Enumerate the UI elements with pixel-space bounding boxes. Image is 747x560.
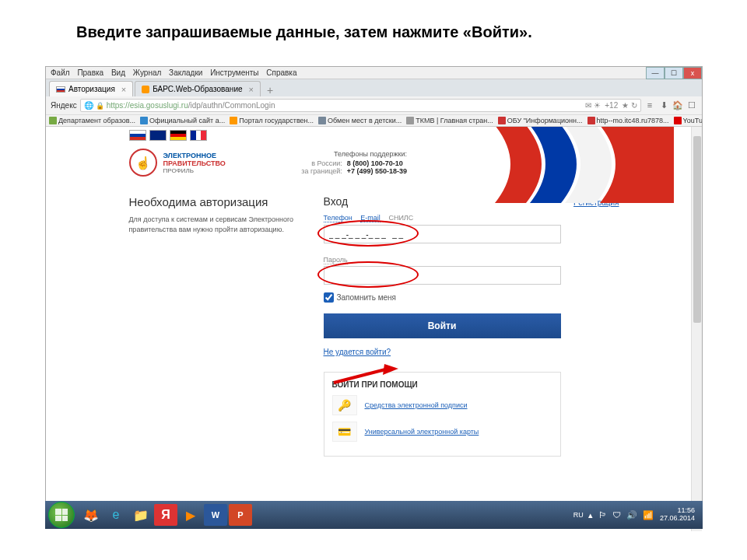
menu-bookmarks[interactable]: Закладки bbox=[169, 68, 202, 77]
maximize-button[interactable]: ☐ bbox=[665, 67, 683, 79]
menu-help[interactable]: Справка bbox=[266, 68, 296, 77]
card-icon: 💳 bbox=[332, 422, 357, 442]
support-label: в России: bbox=[296, 159, 342, 167]
bookmarks-bar: Департамент образов... Официальный сайт … bbox=[46, 115, 702, 127]
menu-bar: Файл Правка Вид Журнал Закладки Инструме… bbox=[46, 67, 702, 79]
tab-snils[interactable]: СНИЛС bbox=[388, 214, 413, 222]
remember-me[interactable]: Запомнить меня bbox=[324, 292, 619, 303]
system-tray: RU ▴ 🏳 🛡 🔊 📶 11:56 27.06.2014 bbox=[573, 507, 700, 523]
tab-bar: Авторизация × БАРС.Web-Образование × + bbox=[46, 79, 702, 96]
weather-badge: +12 bbox=[605, 101, 618, 110]
page-header: ☝ ЭЛЕКТРОННОЕ ПРАВИТЕЛЬСТВО ПРОФИЛЬ Теле… bbox=[121, 141, 627, 184]
auth-required-text: Для доступа к системам и сервисам Электр… bbox=[129, 215, 308, 234]
clock-date: 27.06.2014 bbox=[660, 515, 695, 523]
auth-required-heading: Необходима авторизация bbox=[129, 195, 308, 208]
browser-window: — ☐ x Файл Правка Вид Журнал Закладки Ин… bbox=[45, 66, 703, 529]
bookmark-item[interactable]: http--mo.itc48.ru7878... bbox=[587, 117, 669, 124]
menu-icon[interactable]: ≡ bbox=[644, 100, 655, 111]
tray-icons[interactable]: ▴ 🏳 🛡 🔊 📶 bbox=[588, 510, 655, 520]
remember-checkbox[interactable] bbox=[324, 292, 334, 303]
url-action-icons: ✉ ☀ +12 ★ ↻ bbox=[585, 101, 637, 110]
bookmark-item[interactable]: Департамент образов... bbox=[49, 117, 135, 124]
bookmark-item[interactable]: Обмен мест в детски... bbox=[318, 117, 402, 124]
taskbar-media-icon[interactable]: ▶ bbox=[179, 504, 202, 526]
taskbar-yandex-icon[interactable]: Я bbox=[154, 504, 177, 526]
tab-title: БАРС.Web-Образование bbox=[153, 85, 242, 93]
bookmark-item[interactable]: Официальный сайт а... bbox=[140, 117, 225, 124]
forgot-link[interactable]: Не удается войти? bbox=[324, 348, 391, 356]
register-link[interactable]: Регистрация bbox=[573, 198, 619, 207]
lock-icon: 🔒 bbox=[96, 102, 104, 110]
windows-icon bbox=[55, 509, 68, 521]
taskbar-ie-icon[interactable]: e bbox=[104, 504, 128, 526]
url-https: https:// bbox=[107, 101, 130, 110]
home-icon[interactable]: 🏠 bbox=[672, 100, 683, 111]
url-host: esia.gosuslugi.ru bbox=[130, 101, 188, 110]
download-icon[interactable]: ⬇ bbox=[658, 100, 669, 111]
window-controls: — ☐ x bbox=[646, 67, 702, 79]
login-form: Вход Регистрация Телефон E-mail СНИЛС Па… bbox=[324, 195, 619, 457]
minimize-button[interactable]: — bbox=[646, 67, 665, 79]
bookmark-item[interactable]: ТКМВ | Главная стран... bbox=[406, 117, 493, 124]
clock[interactable]: 11:56 27.06.2014 bbox=[660, 507, 700, 523]
logo-line1: ЭЛЕКТРОННОЕ bbox=[163, 152, 226, 159]
support-phones: Телефоны поддержки: в России:8 (800) 100… bbox=[296, 150, 407, 175]
url-toolbar: Яндекс 🌐 🔒 https://esia.gosuslugi.ru/idp… bbox=[46, 96, 702, 115]
flag-de-icon[interactable] bbox=[170, 130, 187, 141]
flag-uk-icon[interactable] bbox=[149, 130, 167, 141]
url-input[interactable]: 🌐 🔒 https://esia.gosuslugi.ru/idp/authn/… bbox=[80, 99, 641, 112]
alt-login-box: ВОЙТИ ПРИ ПОМОЩИ 🔑 Средства электронной … bbox=[324, 372, 561, 457]
tab-inactive[interactable]: БАРС.Web-Образование × bbox=[135, 81, 261, 96]
flag-fr-icon[interactable] bbox=[190, 130, 207, 141]
tab-active[interactable]: Авторизация × bbox=[49, 81, 133, 96]
password-input[interactable] bbox=[324, 266, 561, 285]
password-label: Пароль bbox=[324, 256, 348, 264]
digital-signature-link[interactable]: Средства электронной подписи bbox=[365, 401, 468, 409]
logo-line2: ПРАВИТЕЛЬСТВО bbox=[163, 159, 226, 167]
flag-ru-icon bbox=[56, 86, 65, 93]
tab-email[interactable]: E-mail bbox=[360, 214, 381, 222]
instruction-text: Введите запрашиваемые данные, затем нажм… bbox=[0, 0, 747, 55]
tray-lang[interactable]: RU bbox=[573, 511, 584, 519]
taskbar-word-icon[interactable]: W bbox=[204, 504, 227, 526]
taskbar-explorer-icon[interactable]: 📁 bbox=[129, 504, 153, 526]
support-label: за границей: bbox=[296, 167, 342, 175]
phone-input[interactable] bbox=[324, 225, 561, 243]
scroll-thumb[interactable] bbox=[693, 136, 701, 323]
bookmark-item[interactable]: ОБУ "Информационн... bbox=[498, 117, 583, 124]
support-number: 8 (800) 100-70-10 bbox=[347, 159, 403, 167]
login-heading: Вход bbox=[324, 195, 349, 208]
tab-close-icon[interactable]: × bbox=[121, 85, 126, 94]
taskbar-ppt-icon[interactable]: P bbox=[229, 504, 252, 526]
scrollbar[interactable] bbox=[691, 127, 702, 531]
menu-history[interactable]: Журнал bbox=[133, 68, 162, 77]
flag-ru-icon[interactable] bbox=[129, 130, 146, 141]
globe-icon: 🌐 bbox=[84, 101, 93, 110]
support-number: +7 (499) 550-18-39 bbox=[347, 167, 407, 175]
start-button[interactable] bbox=[48, 502, 75, 528]
search-engine-label[interactable]: Яндекс bbox=[51, 101, 77, 110]
login-button[interactable]: Войти bbox=[324, 313, 561, 338]
language-flags bbox=[121, 127, 627, 141]
bookmark-icon[interactable]: ☐ bbox=[686, 100, 697, 111]
remember-label: Запомнить меня bbox=[337, 293, 397, 302]
menu-file[interactable]: Файл bbox=[51, 68, 70, 77]
tab-title: Авторизация bbox=[68, 85, 115, 93]
url-path: /idp/authn/CommonLogin bbox=[188, 101, 275, 110]
taskbar-firefox-icon[interactable]: 🦊 bbox=[79, 504, 103, 526]
taskbar: 🦊 e 📁 Я ▶ W P RU ▴ 🏳 🛡 🔊 📶 11:56 27.06.2… bbox=[45, 501, 703, 529]
menu-view[interactable]: Вид bbox=[111, 68, 125, 77]
menu-tools[interactable]: Инструменты bbox=[210, 68, 258, 77]
support-header: Телефоны поддержки: bbox=[296, 150, 407, 158]
bookmark-item[interactable]: YouTube bbox=[674, 117, 702, 124]
tab-close-icon[interactable]: × bbox=[249, 85, 254, 94]
bookmark-item[interactable]: Портал государствен... bbox=[230, 117, 314, 124]
new-tab-button[interactable]: + bbox=[262, 84, 278, 96]
logo-icon: ☝ bbox=[129, 149, 157, 177]
menu-edit[interactable]: Правка bbox=[77, 68, 103, 77]
tab-phone[interactable]: Телефон bbox=[324, 214, 352, 222]
close-button[interactable]: x bbox=[683, 67, 702, 79]
left-column: Необходима авторизация Для доступа к сис… bbox=[129, 195, 324, 457]
favicon-icon bbox=[142, 86, 149, 93]
uec-card-link[interactable]: Универсальной электронной карты bbox=[365, 428, 479, 436]
